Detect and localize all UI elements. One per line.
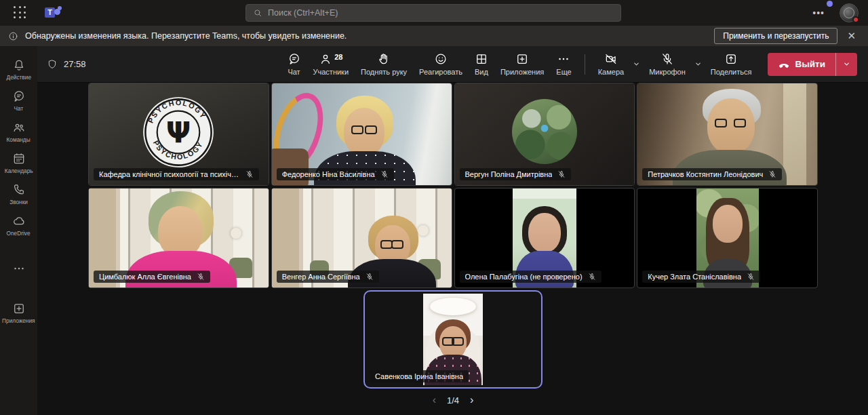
name-plate: Федоренко Ніна Василівна xyxy=(277,168,394,180)
chat-icon xyxy=(288,52,301,66)
bell-icon xyxy=(12,58,26,72)
sidebar-item-onedrive[interactable]: OneDrive xyxy=(0,210,37,241)
chat-icon xyxy=(12,90,26,103)
video-tile-palabugina[interactable]: Олена Палабугіна (не проверено) xyxy=(454,188,635,288)
name-plate: Петрачков Костянтин Леонідович xyxy=(642,168,782,180)
plus-square-icon xyxy=(515,52,529,66)
share-button[interactable]: Поделиться xyxy=(705,50,758,79)
avatar[interactable] xyxy=(840,3,859,22)
window-titlebar: T ••• xyxy=(0,0,868,26)
mic-off-icon xyxy=(747,273,755,281)
video-tile-kucher[interactable]: Кучер Злата Станіславівна xyxy=(637,188,818,288)
teams-people-icon xyxy=(12,121,26,134)
banner-text: Обнаружены изменения языка. Перезапустит… xyxy=(25,31,347,41)
chevron-down-icon xyxy=(633,60,640,68)
sidebar-item-teams[interactable]: Команды xyxy=(0,117,37,148)
meeting-toolbar: 27:58 Чат 28 Участники Поднять руку Реа xyxy=(37,46,868,83)
banner-close-icon[interactable]: ✕ xyxy=(847,30,856,42)
apply-restart-button[interactable]: Применить и перезапустить xyxy=(714,28,837,44)
psychology-logo: PSYCHOLOGY PSYCHOLOGY Ψ xyxy=(142,96,215,169)
apps-icon xyxy=(12,302,26,315)
name-plate: Цимбалюк Алла Євгенівна xyxy=(94,271,210,283)
ellipsis-icon xyxy=(557,52,570,66)
page-next-icon[interactable]: › xyxy=(470,394,473,406)
share-screen-icon xyxy=(724,52,738,66)
cloud-icon xyxy=(12,214,26,228)
sidebar-item-chat[interactable]: Чат xyxy=(0,85,37,117)
video-tile-vergun[interactable]: Вергун Поліна Дмитрівна xyxy=(454,83,635,186)
mic-off-icon xyxy=(366,273,374,281)
video-tile-tsymbaliuk[interactable]: Цимбалюк Алла Євгенівна xyxy=(88,188,269,288)
leave-options-chevron[interactable] xyxy=(836,53,857,76)
video-tile-fedorenko[interactable]: Федоренко Ніна Василівна xyxy=(271,83,452,186)
mic-off-icon xyxy=(380,170,389,178)
meeting-timer: 27:58 xyxy=(47,59,86,70)
more-actions-button[interactable]: Еще xyxy=(550,50,577,79)
name-plate: Венгер Анна Сергіївна xyxy=(277,271,379,283)
name-plate: Вергун Поліна Дмитрівна xyxy=(460,168,572,180)
info-icon xyxy=(8,31,18,41)
sidebar-item-apps[interactable]: Приложения xyxy=(0,298,37,329)
teams-logo-icon: T xyxy=(45,5,62,20)
name-plate: Савенкова Ірина Іванівна xyxy=(370,370,469,382)
video-tile-petrachkov[interactable]: Петрачков Костянтин Леонідович xyxy=(637,83,818,186)
person-icon xyxy=(319,52,332,66)
mic-off-icon xyxy=(588,273,596,281)
search-bar[interactable] xyxy=(245,4,621,22)
grid-view-icon xyxy=(475,52,488,66)
phone-icon xyxy=(12,183,26,197)
camera-options-chevron[interactable] xyxy=(630,59,643,69)
page-prev-icon[interactable]: ‹ xyxy=(433,394,436,406)
chat-button[interactable]: Чат xyxy=(281,50,307,79)
name-plate: Олена Палабугіна (не проверено) xyxy=(460,271,601,283)
more-icon xyxy=(12,262,26,275)
gallery-pagination: ‹ 1/4 › xyxy=(88,389,818,412)
apps-button[interactable]: Приложения xyxy=(494,50,550,79)
camera-button[interactable]: Камера xyxy=(592,50,630,79)
chevron-down-icon xyxy=(694,60,702,68)
toolbar-divider xyxy=(585,54,585,75)
participants-button[interactable]: 28 Участники xyxy=(307,50,355,79)
status-busy-dot xyxy=(852,16,859,23)
ceiling-light xyxy=(430,298,476,315)
video-tile-kafedra[interactable]: PSYCHOLOGY PSYCHOLOGY Ψ Кафедра клінічно… xyxy=(88,83,269,186)
camera-off-icon xyxy=(604,52,618,66)
hang-up-icon xyxy=(778,58,790,71)
mic-off-icon xyxy=(557,170,566,178)
raise-hand-button[interactable]: Поднять руку xyxy=(355,50,413,79)
mic-off-icon xyxy=(660,52,674,66)
sidebar-item-more[interactable] xyxy=(0,258,37,280)
leave-button[interactable]: Выйти xyxy=(768,53,858,76)
language-change-banner: Обнаружены изменения языка. Перезапустит… xyxy=(0,26,868,46)
mic-off-icon xyxy=(245,170,254,178)
participants-count: 28 xyxy=(334,53,342,61)
notification-dot xyxy=(827,1,833,7)
search-input[interactable] xyxy=(268,8,614,18)
sidebar: Действие Чат Команды Календарь Звонки On… xyxy=(0,46,37,415)
sidebar-item-activity[interactable]: Действие xyxy=(0,54,37,85)
smiley-icon xyxy=(434,52,448,66)
page-indicator: 1/4 xyxy=(447,395,459,406)
sidebar-item-calendar[interactable]: Календарь xyxy=(0,148,37,179)
shield-icon xyxy=(47,59,58,70)
search-icon xyxy=(253,8,262,18)
sidebar-item-calls[interactable]: Звонки xyxy=(0,179,37,210)
app-launcher-icon[interactable] xyxy=(14,6,27,20)
view-button[interactable]: Вид xyxy=(469,50,494,79)
mic-off-icon xyxy=(768,170,776,178)
chevron-down-icon xyxy=(843,60,850,68)
name-plate: Кафедра клінічної психології та психічно… xyxy=(94,168,259,180)
titlebar-more-icon[interactable]: ••• xyxy=(812,7,825,18)
profile-avatar xyxy=(512,99,577,164)
video-grid: PSYCHOLOGY PSYCHOLOGY Ψ Кафедра клінічно… xyxy=(37,83,868,415)
name-plate: Кучер Злата Станіславівна xyxy=(642,271,760,283)
mic-off-icon xyxy=(197,273,205,281)
video-tile-venger[interactable]: Венгер Анна Сергіївна xyxy=(271,188,452,288)
raised-hand-icon xyxy=(377,52,391,66)
mic-options-chevron[interactable] xyxy=(692,59,705,69)
mic-button[interactable]: Микрофон xyxy=(643,50,692,79)
calendar-icon xyxy=(12,152,26,165)
svg-text:Ψ: Ψ xyxy=(166,115,191,149)
react-button[interactable]: Реагировать xyxy=(413,50,469,79)
video-tile-savenkova-speaking[interactable]: Савенкова Ірина Іванівна xyxy=(363,290,542,389)
